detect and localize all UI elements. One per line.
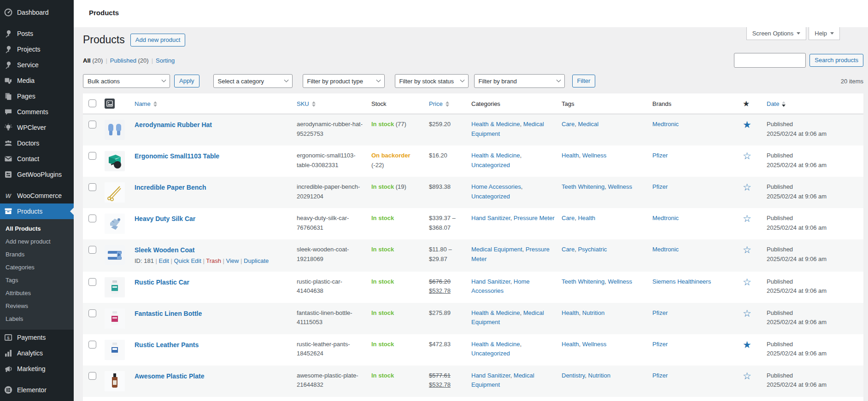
stock-status-filter-select[interactable]: Filter by stock status [395,74,469,88]
product-thumbnail[interactable] [105,340,125,360]
product-name-link[interactable]: Rustic Plastic Car [135,279,189,286]
row-checkbox[interactable] [88,183,96,191]
column-header-categories: Categories [470,93,561,114]
view-published-link[interactable]: Published (20) [110,57,149,64]
product-name-link[interactable]: Aerodynamic Rubber Hat [135,121,212,128]
sidebar-item-projects[interactable]: Projects [0,41,74,57]
featured-star-filled-icon[interactable]: ★ [743,339,751,350]
page-title: Products [83,34,125,46]
stock-status: In stock [370,366,428,397]
sidebar-item-pages[interactable]: Pages [0,88,74,104]
product-thumbnail[interactable] [105,214,125,234]
submenu-item-reviews[interactable]: Reviews [0,300,74,313]
product-thumbnail[interactable] [105,182,125,203]
filter-button[interactable]: Filter [572,75,596,87]
row-checkbox[interactable] [88,372,96,380]
featured-star-filled-icon[interactable]: ★ [743,119,751,130]
brand-filter-select[interactable]: Filter by brand [474,74,565,88]
submenu-item-tags[interactable]: Tags [0,274,74,287]
product-name-link[interactable]: Awesome Plastic Plate [135,372,204,380]
row-checkbox[interactable] [88,309,96,317]
row-checkbox[interactable] [88,341,96,349]
product-thumbnail[interactable] [105,245,125,265]
featured-star-outline-icon[interactable]: ☆ [743,371,751,381]
row-action-view[interactable]: View [226,257,239,264]
product-thumbnail[interactable] [105,308,125,329]
sort-link-price[interactable]: Price [429,100,443,107]
row-action-duplicate[interactable]: Duplicate [244,257,269,264]
sort-link-date[interactable]: Date [767,100,779,107]
sidebar-item-analytics[interactable]: Analytics [0,345,74,361]
row-checkbox[interactable] [88,278,96,286]
sidebar-item-woocommerce[interactable]: WWooCommerce [0,188,74,203]
sidebar-item-marketing[interactable]: Marketing [0,361,74,377]
sidebar-item-dashboard[interactable]: Dashboard [0,5,74,20]
product-thumbnail[interactable] [105,151,125,171]
submenu-item-all-products[interactable]: All Products [0,222,74,235]
row-action-quick-edit[interactable]: Quick Edit [174,257,201,264]
table-row: Rustic Plastic Carrustic-plastic-car-414… [83,272,863,303]
sidebar-item-comments[interactable]: Comments [0,104,74,120]
product-date: Published2025/02/24 at 9:06 am [766,366,863,397]
product-brands: Pfizer [651,366,742,397]
add-new-product-button[interactable]: Add new product [130,34,186,46]
featured-star-outline-icon[interactable]: ☆ [743,213,751,224]
sidebar-item-service[interactable]: Service [0,57,74,73]
product-name-link[interactable]: Sleek Wooden Coat [135,246,194,254]
submenu-item-labels[interactable]: Labels [0,313,74,325]
view-all-link[interactable]: All (20) [83,57,103,64]
sidebar-item-elementor[interactable]: Elementor [0,382,74,398]
category-filter-select[interactable]: Select a category [213,74,293,88]
submenu-item-attributes[interactable]: Attributes [0,287,74,300]
product-name-link[interactable]: Rustic Leather Pants [135,341,199,349]
product-name-link[interactable]: Incredible Paper Bench [135,184,206,191]
featured-star-outline-icon[interactable]: ☆ [743,277,751,287]
sidebar-item-posts[interactable]: Posts [0,26,74,41]
featured-star-outline-icon[interactable]: ☆ [743,151,751,161]
sort-link-name[interactable]: Name [135,100,151,107]
product-name-link[interactable]: Ergonomic Small1103 Table [135,152,219,160]
sidebar-item-payments[interactable]: $Payments [0,330,74,345]
submenu-item-brands[interactable]: Brands [0,248,74,261]
row-checkbox[interactable] [88,152,96,160]
admin-topbar: Products [74,0,868,27]
product-date: Published2025/02/24 at 9:06 am [766,177,863,208]
product-sku: incredible-paper-bench-20291204 [296,177,370,208]
sidebar-item-contact[interactable]: Contact [0,151,74,167]
row-action-trash[interactable]: Trash [206,257,221,264]
view-sorting-link[interactable]: Sorting [156,57,175,64]
product-name-link[interactable]: Fantastic Linen Bottle [135,310,202,317]
stock-status: In stock [370,334,428,366]
sidebar-item-doctors[interactable]: Doctors [0,135,74,151]
sidebar-item-media[interactable]: Media [0,73,74,88]
image-column-icon [105,99,115,109]
search-products-button[interactable]: Search products [809,54,863,67]
row-action-edit[interactable]: Edit [159,257,169,264]
row-checkbox[interactable] [88,246,96,254]
submenu-item-categories[interactable]: Categories [0,261,74,274]
sort-link-sku[interactable]: SKU [297,100,309,107]
featured-star-outline-icon[interactable]: ☆ [743,244,751,255]
select-all-checkbox[interactable] [88,99,96,107]
product-thumbnail[interactable] [105,120,125,140]
row-checkbox[interactable] [88,121,96,128]
apply-button[interactable]: Apply [174,75,199,87]
product-type-filter-select[interactable]: Filter by product type [303,74,385,88]
row-checkbox[interactable] [88,215,96,222]
sidebar-item-wpclever[interactable]: WPClever [0,120,74,135]
product-thumbnail[interactable] [105,371,125,391]
sidebar-item-getwooplugins[interactable]: GetWooPlugins [0,167,74,182]
help-button[interactable]: Help [809,27,840,40]
screen-options-button[interactable]: Screen Options [746,27,807,40]
featured-star-outline-icon[interactable]: ☆ [743,182,751,192]
submenu-item-add-new-product[interactable]: Add new product [0,235,74,248]
featured-star-outline-icon[interactable]: ☆ [743,308,751,319]
bulk-actions-select[interactable]: Bulk actions [83,74,170,88]
search-products-input[interactable] [734,53,806,68]
product-brands: Siemens Healthineers [651,272,742,303]
product-name-link[interactable]: Heavy Duty Silk Car [135,215,195,222]
sidebar-item-products[interactable]: Products [0,203,74,219]
doctors-icon [4,139,13,148]
product-date: Published2025/02/24 at 9:06 am [766,114,863,146]
product-thumbnail[interactable] [105,277,125,297]
